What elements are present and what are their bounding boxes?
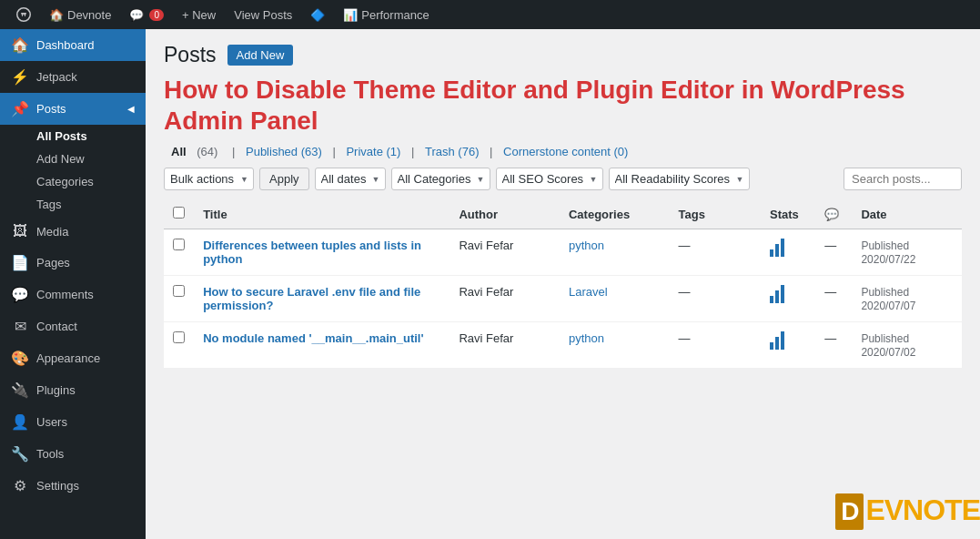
col-title[interactable]: Title	[194, 199, 450, 229]
post-tags: —	[670, 276, 761, 322]
filter-private[interactable]: Private (1)	[346, 145, 400, 158]
row-checkbox[interactable]	[173, 285, 185, 297]
post-stats	[761, 276, 815, 322]
post-category[interactable]: Laravel	[560, 276, 670, 322]
yoast-icon: 🔷	[310, 8, 325, 22]
sidebar-item-label: Plugins	[36, 383, 76, 397]
sidebar-item-label: Users	[36, 415, 67, 429]
col-author: Author	[450, 199, 560, 229]
bar-1	[770, 296, 773, 303]
bar-2	[775, 337, 779, 350]
sidebar-item-label: Media	[36, 225, 68, 239]
sidebar-item-label: Appearance	[36, 351, 100, 365]
post-tags: —	[670, 322, 761, 369]
sidebar-item-comments[interactable]: 💬 Comments	[0, 279, 146, 310]
submenu-label: Add New	[36, 152, 85, 166]
post-stats	[761, 229, 815, 276]
dashboard-icon: 🏠	[11, 36, 29, 54]
all-readability-select[interactable]: All Readability Scores	[609, 168, 750, 190]
sidebar-item-jetpack[interactable]: ⚡ Jetpack	[0, 61, 146, 93]
filter-published[interactable]: Published (63)	[246, 145, 322, 158]
post-tags: —	[670, 229, 761, 276]
sidebar-item-users[interactable]: 👤 Users	[0, 406, 146, 438]
submenu-all-posts[interactable]: All Posts	[0, 125, 146, 147]
posts-submenu: All Posts Add New Categories Tags	[0, 125, 146, 216]
sidebar-item-contact[interactable]: ✉ Contact	[0, 310, 146, 342]
all-seo-wrap: All SEO Scores	[496, 168, 603, 190]
col-comments: 💬	[815, 199, 852, 229]
col-tags: Tags	[670, 199, 761, 229]
contact-icon: ✉	[11, 318, 29, 335]
post-comments: —	[815, 276, 852, 322]
posts-icon: 📌	[11, 100, 29, 117]
adminbar-yoast[interactable]: 🔷	[301, 0, 334, 29]
bar-3	[781, 239, 784, 257]
adminbar-site[interactable]: 🏠 Devnote	[40, 0, 120, 29]
submenu-tags[interactable]: Tags	[0, 193, 146, 216]
page-title: Posts	[164, 43, 217, 67]
post-date: Published 2020/07/02	[852, 322, 962, 369]
sidebar-item-media[interactable]: 🖼 Media	[0, 216, 146, 247]
adminbar-new[interactable]: + New	[173, 0, 225, 29]
sidebar-item-plugins[interactable]: 🔌 Plugins	[0, 374, 146, 406]
sidebar-item-label: Posts	[36, 102, 66, 116]
col-date: Date	[852, 199, 962, 229]
all-seo-select[interactable]: All SEO Scores	[496, 168, 603, 190]
post-date: Published 2020/07/07	[852, 276, 962, 322]
row-checkbox[interactable]	[173, 331, 185, 343]
tools-icon: 🔧	[11, 445, 29, 463]
all-categories-select[interactable]: All Categories	[391, 168, 490, 190]
sidebar-item-dashboard[interactable]: 🏠 Dashboard	[0, 29, 146, 61]
media-icon: 🖼	[11, 223, 29, 239]
add-new-button[interactable]: Add New	[227, 45, 294, 66]
sidebar-item-appearance[interactable]: 🎨 Appearance	[0, 342, 146, 374]
performance-label: Performance	[361, 8, 429, 22]
filter-all[interactable]: All	[167, 145, 193, 158]
col-categories: Categories	[560, 199, 670, 229]
users-icon: 👤	[11, 413, 29, 431]
post-title-link[interactable]: How to secure Laravel .env file and file…	[203, 285, 420, 312]
status-filters: All (64) | Published (63) | Private (1) …	[164, 145, 962, 158]
view-posts-label: View Posts	[234, 8, 292, 22]
sidebar-item-label: Settings	[36, 479, 79, 493]
bulk-actions-select[interactable]: Bulk actions	[164, 168, 254, 190]
adminbar-performance[interactable]: 📊 Performance	[334, 0, 438, 29]
post-title-link[interactable]: No module named '__main__.main_util'	[203, 331, 423, 345]
post-stats	[761, 322, 815, 369]
posts-table: Title Author Categories Tags Stats 💬 Dat…	[164, 199, 962, 369]
plugins-icon: 🔌	[11, 381, 29, 399]
all-dates-select[interactable]: All dates	[315, 168, 386, 190]
select-all-checkbox[interactable]	[173, 207, 185, 219]
watermark-rest: EVNOTE	[865, 493, 980, 526]
wp-logo[interactable]	[7, 0, 40, 29]
adminbar-notifications[interactable]: 💬 0	[120, 0, 173, 29]
search-input[interactable]	[844, 168, 962, 190]
post-category[interactable]: python	[560, 229, 670, 276]
post-title-link[interactable]: Differences between tuples and lists in …	[203, 239, 421, 266]
post-category[interactable]: python	[560, 322, 670, 369]
post-comments: —	[815, 229, 852, 276]
sidebar-item-settings[interactable]: ⚙ Settings	[0, 470, 146, 502]
bulk-actions-wrap: Bulk actions	[164, 168, 254, 190]
sidebar-item-label: Jetpack	[36, 70, 77, 84]
sidebar-item-label: Dashboard	[36, 38, 95, 52]
submenu-add-new[interactable]: Add New	[0, 147, 146, 170]
sidebar-item-tools[interactable]: 🔧 Tools	[0, 438, 146, 470]
adminbar-view-posts[interactable]: View Posts	[225, 0, 301, 29]
post-comments: —	[815, 322, 852, 369]
apply-button[interactable]: Apply	[259, 168, 309, 190]
site-name: Devnote	[67, 8, 111, 22]
comment-icon: 💬	[129, 8, 144, 22]
sidebar-item-label: Tools	[36, 447, 64, 461]
stats-chart	[770, 239, 806, 257]
filter-cornerstone[interactable]: Cornerstone content (0)	[503, 145, 628, 158]
sidebar-item-pages[interactable]: 📄 Pages	[0, 247, 146, 279]
all-dates-wrap: All dates	[315, 168, 386, 190]
sidebar-item-posts[interactable]: 📌 Posts ◀	[0, 93, 146, 125]
filter-trash[interactable]: Trash (76)	[425, 145, 479, 158]
row-checkbox[interactable]	[173, 239, 185, 250]
submenu-label: Categories	[36, 175, 94, 188]
posts-arrow: ◀	[127, 104, 135, 114]
submenu-categories[interactable]: Categories	[0, 170, 146, 193]
notification-count: 0	[149, 9, 164, 21]
